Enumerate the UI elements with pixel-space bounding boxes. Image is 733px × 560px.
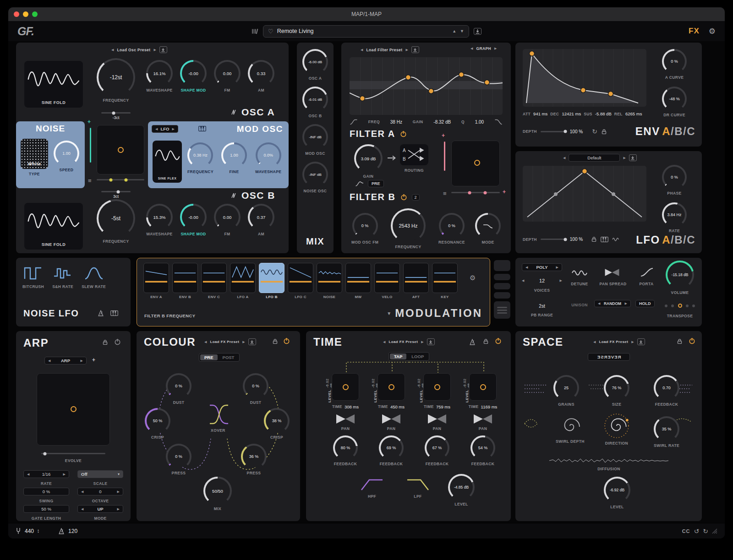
- octave-stepper[interactable]: ◀0▶: [77, 488, 123, 495]
- arp-xy-pad[interactable]: [37, 373, 110, 446]
- osc-b-shapemod-knob[interactable]: -0.00SHAPE MOD: [180, 204, 207, 236]
- prev-icon[interactable]: ◀: [111, 48, 114, 52]
- mod-slot-velo[interactable]: VELO: [374, 263, 400, 299]
- next-icon[interactable]: ▶: [421, 340, 423, 344]
- gate-length-value[interactable]: 50 %: [23, 505, 69, 513]
- lfo-phase-knob[interactable]: 0 %PHASE: [662, 165, 687, 196]
- env-lock-icon[interactable]: [601, 129, 607, 135]
- next-icon[interactable]: ▶: [623, 156, 625, 160]
- resize-grip[interactable]: [712, 528, 717, 534]
- mod-osc-waveshape-knob[interactable]: 0.0%WAVESHAPE: [255, 142, 281, 174]
- mod-slot-key[interactable]: KEY: [432, 263, 458, 299]
- tap2-xy-pad[interactable]: [377, 373, 405, 401]
- osc-pad-hslider[interactable]: [97, 179, 144, 180]
- tap4-time[interactable]: TIME1169 ms: [462, 404, 504, 409]
- minimize-button[interactable]: [23, 11, 28, 17]
- prev-icon[interactable]: ◀: [204, 340, 207, 344]
- osc-preset-label[interactable]: Load Osc Preset: [117, 48, 150, 52]
- osc-a-fm-knob[interactable]: 0.00FM: [214, 60, 241, 92]
- osc-b-fine-slider[interactable]: 3ct: [100, 191, 132, 199]
- arp-rate-stepper[interactable]: ◀1/16▶: [23, 470, 69, 478]
- xover-control[interactable]: XOVER: [207, 402, 229, 433]
- filter-b-power-icon[interactable]: [400, 194, 407, 201]
- next-icon[interactable]: ▶: [153, 48, 156, 52]
- save-preset-icon[interactable]: [474, 28, 481, 35]
- osc-b-fm-knob[interactable]: 0.00FM: [214, 204, 241, 236]
- hpf-control[interactable]: HPF: [360, 478, 384, 499]
- slew-rate-control[interactable]: SLEW RATE: [82, 264, 106, 289]
- zoom-button[interactable]: [32, 11, 38, 17]
- mod-osc-fm-knob[interactable]: 0 %MOD OSC FM: [351, 213, 378, 245]
- time-preset-loader[interactable]: ◀Load FX Preset▶: [383, 338, 435, 345]
- scale-dropdown[interactable]: Off▾: [77, 470, 123, 478]
- mod-osc-fine-knob[interactable]: 1.00FINE: [221, 142, 247, 174]
- next-icon[interactable]: ▶: [117, 507, 120, 511]
- env-depth-value[interactable]: 100 %: [570, 129, 583, 134]
- prev-icon[interactable]: ◀: [563, 156, 565, 160]
- bitcrush-control[interactable]: BITCRUSH: [22, 264, 44, 289]
- osc-a-shapemod-knob[interactable]: -0.00SHAPE MOD: [180, 60, 207, 92]
- pre-post-toggle[interactable]: PREPOST: [199, 353, 240, 362]
- arp-power-icon[interactable]: [114, 338, 121, 345]
- close-button[interactable]: [14, 11, 19, 17]
- decay-value[interactable]: 12421 ms: [562, 111, 581, 116]
- pre-option[interactable]: PRE: [200, 354, 218, 360]
- filter-xy-pad[interactable]: [451, 141, 500, 186]
- next-icon[interactable]: ▶: [560, 279, 562, 283]
- osc-pad-menu-icon[interactable]: ≡: [88, 177, 92, 184]
- next-icon[interactable]: ▶: [63, 473, 66, 476]
- mod-settings-gear-icon[interactable]: ⚙: [470, 274, 476, 282]
- space-lock-icon[interactable]: [677, 338, 683, 344]
- osc-a-frequency-knob[interactable]: -12st FREQUENCY: [97, 58, 135, 103]
- arp-mode-selector[interactable]: ◀ARP▶: [44, 357, 87, 364]
- osc-a-waveshape-knob[interactable]: 16.1%WAVESHAPE: [146, 60, 173, 92]
- colour-lock-icon[interactable]: [272, 338, 278, 344]
- tap3-xy-pad[interactable]: [423, 373, 451, 401]
- mod-slot-env-b[interactable]: ENV B: [172, 263, 198, 299]
- prev-icon[interactable]: ◀: [470, 47, 473, 50]
- mod-osc-frequency-knob[interactable]: 0.38 HzFREQUENCY: [187, 142, 213, 174]
- time-level-knob[interactable]: -4.85 dBLEVEL: [448, 474, 475, 506]
- swirl-rate-knob[interactable]: 35 %SWIRL RATE: [654, 416, 679, 448]
- tuning-value[interactable]: 440: [25, 528, 34, 534]
- osc-mix-xy-pad[interactable]: [97, 125, 144, 174]
- loop-option[interactable]: LOOP: [407, 353, 428, 359]
- tap4-xy-pad[interactable]: [469, 373, 497, 401]
- osc-b-frequency-knob[interactable]: -5stFREQUENCY: [97, 199, 135, 244]
- space-power-icon[interactable]: [689, 337, 695, 344]
- tap3-time[interactable]: TIME759 ms: [416, 404, 458, 409]
- transpose-dots[interactable]: [665, 304, 695, 308]
- osc-a-wave-display[interactable]: SINE FOLD: [24, 61, 83, 108]
- filter-shape-icon[interactable]: [355, 180, 364, 187]
- colour-preset-loader[interactable]: ◀Load FX Preset▶: [204, 338, 256, 345]
- crisp-left-knob[interactable]: 50 %CRISP: [145, 408, 170, 440]
- tempo-metronome-icon[interactable]: [58, 528, 65, 534]
- preset-name[interactable]: Remote Living: [277, 28, 449, 34]
- filter-pad-plus-icon[interactable]: +: [442, 132, 445, 139]
- mod-osc-wave-display[interactable]: SINE FLEX: [153, 141, 182, 183]
- tempo-value[interactable]: 120: [68, 528, 77, 534]
- download-icon[interactable]: [248, 338, 256, 345]
- download-icon[interactable]: [637, 338, 645, 345]
- filter-pad-hslider[interactable]: [451, 192, 500, 193]
- filter-mode-knob[interactable]: MODE: [475, 213, 501, 245]
- osc-a-am-knob[interactable]: 0.33AM: [248, 60, 274, 92]
- lfo-tabs-bc[interactable]: /B/C: [671, 234, 695, 246]
- download-icon[interactable]: [159, 46, 167, 53]
- next-icon[interactable]: ▶: [625, 302, 627, 305]
- filter-pad-plus2-icon[interactable]: +: [503, 189, 506, 195]
- download-icon[interactable]: [411, 46, 419, 53]
- tap1-time[interactable]: TIME308 ms: [324, 404, 366, 409]
- swing-value[interactable]: 0 %: [23, 488, 69, 495]
- tap2-pan-bowtie-icon[interactable]: [381, 413, 401, 424]
- next-icon[interactable]: ▶: [242, 340, 245, 344]
- tuning-stepper[interactable]: ▴▾: [38, 529, 39, 533]
- poly-mode-selector[interactable]: ◀POLY▶: [522, 263, 562, 271]
- tap3-pan-bowtie-icon[interactable]: [427, 413, 447, 424]
- preset-browser-icon[interactable]: [252, 28, 258, 34]
- space-level-knob[interactable]: -6.92 dBLEVEL: [604, 477, 630, 509]
- settings-gear-icon[interactable]: ⚙: [709, 27, 716, 36]
- swirl-depth-control[interactable]: SWIRL DEPTH: [556, 415, 585, 444]
- sh-rate-control[interactable]: S&H RATE: [52, 264, 73, 289]
- envelope-graph[interactable]: [523, 49, 646, 107]
